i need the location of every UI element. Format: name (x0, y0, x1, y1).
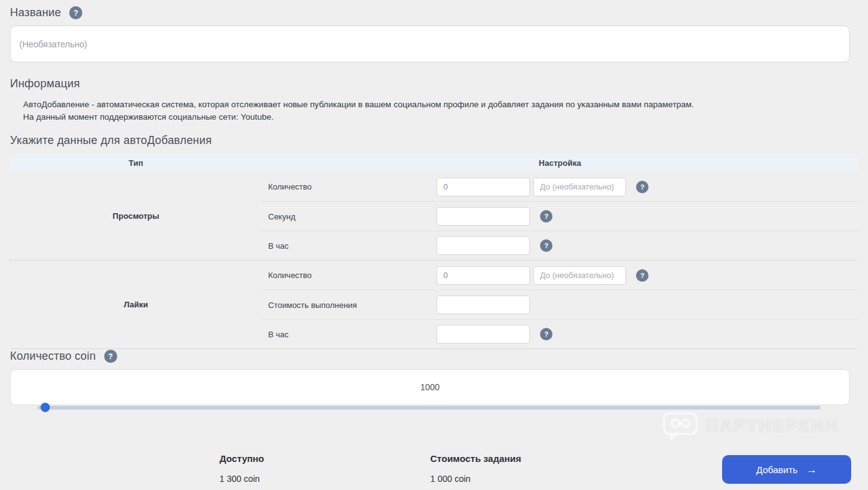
name-section-header: Название ? (10, 6, 82, 19)
coin-slider-track[interactable] (37, 406, 821, 410)
views-seconds-help-icon[interactable]: ? (540, 210, 552, 223)
table-row: В час ? (262, 319, 858, 348)
row-label: Секунд (262, 212, 436, 221)
coin-slider-thumb[interactable] (41, 403, 50, 412)
task-cost-label: Стоимость задания (430, 453, 521, 464)
name-input[interactable] (10, 26, 850, 62)
coin-amount-box: 1000 (10, 369, 850, 405)
column-header-settings: Настройка (262, 158, 858, 168)
views-count-help-icon[interactable]: ? (636, 181, 649, 193)
views-count-input[interactable] (436, 178, 530, 196)
table-header-row: Тип Настройка (10, 154, 858, 172)
coin-help-icon[interactable]: ? (104, 350, 117, 363)
likes-per-hour-input[interactable] (436, 325, 530, 343)
table-row: Секунд ? (262, 201, 858, 231)
coin-section-header: Количество coin ? (10, 350, 117, 363)
row-label: Количество (262, 271, 436, 280)
auto-add-table-heading: Укажите данные для автоДобавления (10, 134, 212, 147)
partnerkin-logo-icon (662, 411, 698, 440)
likes-per-hour-help-icon[interactable]: ? (540, 328, 552, 340)
row-label: В час (262, 241, 436, 251)
available-value: 1 300 coin (219, 474, 260, 484)
table-row: Стоимость выполнения (262, 290, 858, 319)
likes-cost-input[interactable] (436, 295, 530, 314)
group-likes-label: Лайки (10, 261, 262, 348)
available-label: Доступно (219, 453, 264, 464)
views-count-to-input[interactable] (533, 178, 626, 196)
group-views-label: Просмотры (10, 172, 262, 260)
table-row: В час ? (262, 231, 858, 260)
auto-add-table: Тип Настройка Просмотры Количество ? Сек… (10, 154, 858, 349)
row-label: В час (262, 330, 436, 339)
row-label: Стоимость выполнения (262, 300, 436, 310)
group-views: Просмотры Количество ? Секунд ? В час ? (10, 172, 858, 260)
likes-count-help-icon[interactable]: ? (636, 269, 649, 282)
table-row: Количество ? (262, 261, 858, 290)
watermark: ПАРТНЕРКИН (662, 411, 839, 440)
add-button[interactable]: Добавить → (722, 455, 851, 484)
group-likes: Лайки Количество ? Стоимость выполнения … (10, 260, 858, 348)
info-heading: Информация (10, 77, 80, 90)
info-line-1: АвтоДобавление - автоматическая система,… (23, 98, 694, 111)
name-help-icon[interactable]: ? (69, 6, 82, 19)
views-seconds-input[interactable] (436, 207, 530, 226)
column-header-type: Тип (10, 158, 262, 168)
views-per-hour-input[interactable] (436, 236, 530, 255)
name-heading: Название (10, 6, 61, 19)
likes-count-input[interactable] (436, 266, 530, 285)
arrow-right-icon: → (806, 464, 817, 475)
add-button-label: Добавить (756, 464, 798, 475)
table-row: Количество ? (262, 172, 858, 201)
coin-heading: Количество coin (10, 350, 96, 363)
views-per-hour-help-icon[interactable]: ? (540, 239, 552, 252)
info-text: АвтоДобавление - автоматическая система,… (23, 98, 694, 123)
watermark-text: ПАРТНЕРКИН (706, 416, 839, 436)
task-cost-value: 1 000 coin (430, 474, 471, 484)
coin-amount-value: 1000 (420, 382, 440, 392)
row-label: Количество (262, 182, 436, 191)
likes-count-to-input[interactable] (533, 266, 626, 285)
info-line-2: На данный момент поддерживаются социальн… (23, 111, 694, 123)
